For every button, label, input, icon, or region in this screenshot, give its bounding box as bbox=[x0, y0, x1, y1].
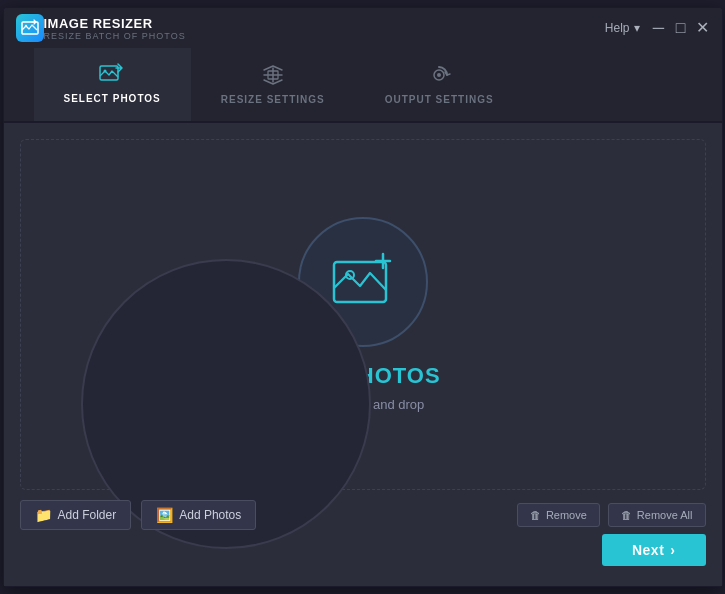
svg-point-1 bbox=[24, 25, 26, 27]
right-buttons: 🗑 Remove 🗑 Remove All bbox=[517, 503, 706, 527]
remove-icon: 🗑 bbox=[530, 509, 541, 521]
add-folder-button[interactable]: 📁 Add Folder bbox=[20, 500, 132, 530]
tab-bar: SELECT PHOTOS RESIZE SETTINGS bbox=[4, 48, 722, 123]
remove-all-button[interactable]: 🗑 Remove All bbox=[608, 503, 706, 527]
next-label: Next bbox=[632, 542, 664, 558]
add-folder-label: Add Folder bbox=[58, 508, 117, 522]
main-content: ADD PHOTOS Simply drag and drop 📁 Add Fo… bbox=[4, 123, 722, 586]
photo-icon: 🖼️ bbox=[156, 507, 173, 523]
close-button[interactable]: ✕ bbox=[696, 21, 710, 35]
maximize-button[interactable]: □ bbox=[674, 21, 688, 35]
remove-label: Remove bbox=[546, 509, 587, 521]
resize-settings-icon bbox=[260, 64, 286, 90]
tab-select-photos[interactable]: SELECT PHOTOS bbox=[34, 48, 191, 121]
folder-icon: 📁 bbox=[35, 507, 52, 523]
add-photos-button[interactable]: 🖼️ Add Photos bbox=[141, 500, 256, 530]
chevron-down-icon: ▾ bbox=[634, 21, 640, 35]
title-bar-controls: Help ▾ ─ □ ✕ bbox=[605, 21, 710, 35]
next-button[interactable]: Next › bbox=[602, 534, 706, 566]
add-photo-icon bbox=[328, 252, 398, 312]
select-photos-icon bbox=[99, 63, 125, 89]
title-bar: IMAGE RESIZER RESIZE BATCH OF PHOTOS Hel… bbox=[4, 8, 722, 48]
app-window: IMAGE RESIZER RESIZE BATCH OF PHOTOS Hel… bbox=[3, 7, 723, 587]
tab-output-settings-label: OUTPUT SETTINGS bbox=[385, 94, 494, 105]
remove-all-label: Remove All bbox=[637, 509, 693, 521]
app-subtitle: RESIZE BATCH OF PHOTOS bbox=[44, 31, 186, 41]
remove-all-icon: 🗑 bbox=[621, 509, 632, 521]
tab-select-photos-label: SELECT PHOTOS bbox=[64, 93, 161, 104]
help-button[interactable]: Help ▾ bbox=[605, 21, 640, 35]
svg-point-3 bbox=[104, 69, 107, 72]
app-title-group: IMAGE RESIZER RESIZE BATCH OF PHOTOS bbox=[44, 16, 186, 41]
svg-point-6 bbox=[437, 73, 441, 77]
minimize-button[interactable]: ─ bbox=[652, 21, 666, 35]
window-controls: ─ □ ✕ bbox=[652, 21, 710, 35]
tab-output-settings[interactable]: OUTPUT SETTINGS bbox=[355, 48, 524, 121]
app-logo bbox=[16, 14, 44, 42]
drop-area[interactable]: ADD PHOTOS Simply drag and drop bbox=[20, 139, 706, 490]
remove-button[interactable]: 🗑 Remove bbox=[517, 503, 600, 527]
app-title: IMAGE RESIZER bbox=[44, 16, 186, 31]
tab-resize-settings[interactable]: RESIZE SETTINGS bbox=[191, 48, 355, 121]
tab-resize-settings-label: RESIZE SETTINGS bbox=[221, 94, 325, 105]
next-button-row: Next › bbox=[20, 534, 706, 570]
next-arrow-icon: › bbox=[670, 542, 675, 558]
left-buttons: 📁 Add Folder 🖼️ Add Photos bbox=[20, 500, 257, 530]
add-photos-label: Add Photos bbox=[179, 508, 241, 522]
output-settings-icon bbox=[426, 64, 452, 90]
